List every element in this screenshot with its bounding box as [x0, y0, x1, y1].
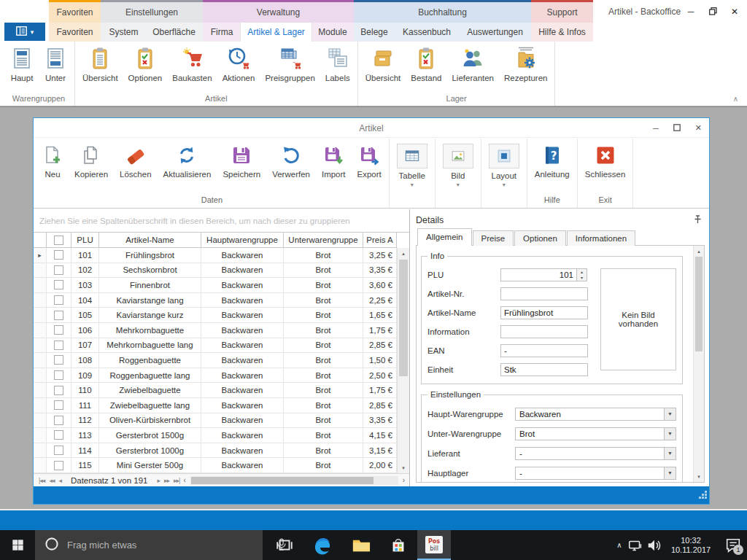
checkbox[interactable] [54, 280, 63, 289]
checkbox[interactable] [54, 325, 63, 335]
table-cell[interactable]: Kaviarstange kurz [99, 308, 201, 323]
volume-icon[interactable] [645, 530, 664, 560]
table-row[interactable]: 103FinnenbrotBackwarenBrot3,60 € [34, 278, 397, 293]
table-cell[interactable]: 102 [71, 263, 99, 279]
table-cell[interactable]: Zwiebelbaguette lang [99, 398, 201, 413]
table-cell[interactable]: Backwaren [201, 248, 284, 263]
table-cell[interactable]: Mehrkornbaguette lang [99, 338, 201, 354]
table-cell[interactable]: 110 [71, 383, 99, 398]
table-cell[interactable]: 2,00 € [363, 458, 397, 473]
table-cell[interactable]: Backwaren [201, 413, 284, 429]
table-cell[interactable]: Backwaren [201, 308, 284, 323]
store-button[interactable] [382, 530, 414, 560]
details-vertical-scrollbar[interactable]: ▴ ▾ [693, 246, 704, 482]
table-cell[interactable]: Brot [284, 308, 363, 323]
spin-down-icon[interactable]: ▾ [577, 275, 587, 281]
table-cell[interactable]: Brot [284, 338, 363, 354]
table-cell[interactable]: 103 [71, 278, 99, 293]
taskbar-clock[interactable]: 10:32 10.11.2017 [662, 530, 719, 560]
checkbox[interactable] [54, 386, 63, 395]
rezepturen-button[interactable]: Rezepturen [499, 44, 552, 84]
table-cell[interactable]: 108 [71, 353, 99, 368]
table-cell[interactable]: Mini Gerster 500g [99, 458, 201, 473]
table-cell[interactable]: 2,85 € [363, 398, 397, 413]
checkbox[interactable] [54, 461, 63, 470]
details-tab-informationen[interactable]: Informationen [567, 230, 635, 246]
unter-warengruppe-select[interactable]: Brot▼ [515, 427, 676, 440]
tab-firma[interactable]: Firma [203, 23, 241, 42]
table-cell[interactable]: Backwaren [201, 263, 284, 279]
table-row[interactable]: 105Kaviarstange kurzBackwarenBrot1,65 € [34, 308, 397, 323]
child-minimize-button[interactable]: ─ [653, 124, 659, 133]
table-row[interactable]: 104Kaviarstange langBackwarenBrot2,25 € [34, 293, 397, 308]
table-cell[interactable]: Brot [284, 428, 363, 443]
table-cell[interactable]: 1,65 € [363, 308, 397, 323]
lieferant-select[interactable]: -▼ [515, 447, 676, 460]
tab-favoriten[interactable]: Favoriten [49, 23, 101, 42]
table-cell[interactable]: Backwaren [201, 458, 284, 473]
table-cell[interactable]: Frühlingsbrot [99, 248, 201, 263]
table-row[interactable]: 109Roggenbaguette langBackwarenBrot2,50 … [34, 368, 397, 384]
collapse-ribbon-button[interactable]: ∧ [733, 95, 738, 103]
start-button[interactable] [0, 530, 35, 560]
network-icon[interactable] [626, 530, 645, 560]
checkbox[interactable] [54, 250, 63, 260]
checkbox[interactable] [54, 370, 63, 380]
select-all-header[interactable] [47, 233, 71, 248]
checkbox[interactable] [54, 355, 63, 365]
chevron-down-icon[interactable]: ▼ [664, 408, 676, 420]
column-header[interactable]: Unterwarengruppe [284, 233, 363, 248]
row-select-cell[interactable] [47, 338, 71, 354]
unter-warengruppen-button[interactable]: Unter [39, 44, 72, 84]
plu-field[interactable]: 101 [500, 268, 577, 281]
close-button[interactable]: ✕ [724, 0, 746, 23]
einheit-field[interactable]: Stk [500, 363, 588, 376]
aktionen-button[interactable]: Aktionen [217, 44, 260, 84]
table-cell[interactable]: Zwiebelbaguette [99, 383, 201, 398]
table-cell[interactable]: 4,15 € [363, 428, 397, 443]
table-row[interactable]: 106MehrkornbaguetteBackwarenBrot1,75 € [34, 323, 397, 338]
table-cell[interactable]: Kaviarstange lang [99, 293, 201, 308]
tab-artikel-lager[interactable]: Artikel & Lager [241, 23, 311, 42]
row-select-cell[interactable] [47, 413, 71, 429]
tabelle-button[interactable]: Tabelle▾ [391, 139, 433, 195]
resize-grip-icon[interactable] [699, 489, 707, 502]
table-row[interactable]: 110ZwiebelbaguetteBackwarenBrot1,75 € [34, 383, 397, 398]
row-select-cell[interactable] [47, 263, 71, 279]
scroll-thumb[interactable] [695, 257, 703, 351]
table-cell[interactable]: 3,25 € [363, 248, 397, 263]
table-row[interactable]: 112Oliven-KürbiskernbrotBackwarenBrot3,3… [34, 413, 397, 429]
app-menu-button[interactable]: ▾ [4, 23, 45, 41]
table-cell[interactable]: Backwaren [201, 293, 284, 308]
layout-button[interactable]: Layout▾ [483, 139, 525, 195]
information-field[interactable] [500, 325, 588, 338]
row-select-cell[interactable] [47, 353, 71, 368]
edge-browser-button[interactable] [306, 530, 338, 560]
lager-uebersicht-button[interactable]: Übersicht [360, 44, 406, 84]
row-select-cell[interactable] [47, 293, 71, 308]
table-cell[interactable]: 3,15 € [363, 443, 397, 459]
row-select-cell[interactable] [47, 308, 71, 323]
scroll-up-icon[interactable]: ▴ [694, 246, 704, 257]
tab-module[interactable]: Module [311, 23, 354, 42]
checkbox[interactable] [54, 400, 63, 410]
artikel-uebersicht-button[interactable]: Übersicht [77, 44, 123, 84]
row-select-cell[interactable] [47, 458, 71, 473]
chevron-down-icon[interactable]: ▼ [664, 428, 676, 440]
table-cell[interactable]: Backwaren [201, 443, 284, 459]
export-button[interactable]: Export [352, 139, 387, 195]
scroll-thumb[interactable] [191, 477, 374, 484]
checkbox[interactable] [54, 430, 63, 440]
aktualisieren-button[interactable]: Aktualisieren [158, 139, 217, 195]
grid-horizontal-scrollbar[interactable] [190, 476, 398, 485]
table-cell[interactable]: Gersterbrot 1000g [99, 443, 201, 459]
table-row[interactable]: 113Gersterbrot 1500gBackwarenBrot4,15 € [34, 428, 397, 443]
restore-button[interactable] [702, 0, 724, 23]
table-cell[interactable]: Backwaren [201, 323, 284, 338]
import-button[interactable]: Import [316, 139, 352, 195]
table-cell[interactable]: Brot [284, 398, 363, 413]
table-cell[interactable]: Backwaren [201, 278, 284, 293]
table-cell[interactable]: Brot [284, 263, 363, 279]
table-cell[interactable]: 107 [71, 338, 99, 354]
schliessen-button[interactable]: Schliessen [579, 139, 632, 195]
